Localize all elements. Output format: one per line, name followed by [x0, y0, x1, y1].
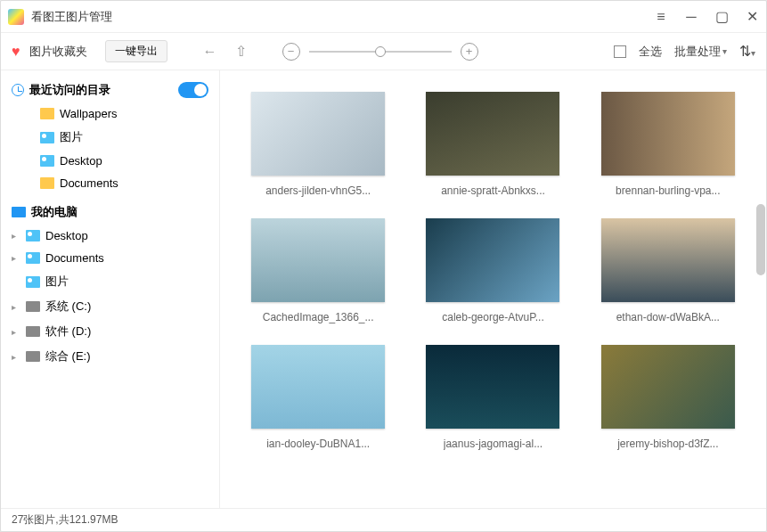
sidebar-item-label: Wallpapers [60, 107, 118, 120]
window-controls: ≡ ─ ▢ ✕ [654, 10, 759, 24]
thumbnail-item[interactable]: jaanus-jagomagi-al... [423, 345, 562, 450]
image-icon [26, 230, 40, 241]
app-window: 看图王图片管理 ≡ ─ ▢ ✕ ♥ 图片收藏夹 一键导出 ← ⇧ − + 全选 … [0, 0, 767, 532]
thumbnail-item[interactable]: jeremy-bishop-d3fZ... [599, 345, 738, 450]
nav-buttons: ← ⇧ [203, 43, 247, 60]
thumbnail-image [601, 92, 735, 176]
sidebar-item-label: Desktop [60, 154, 102, 168]
thumbnail-image [251, 345, 385, 429]
zoom-controls: − + [282, 43, 606, 61]
sidebar-item[interactable]: Desktop [1, 150, 219, 172]
sidebar-item[interactable]: 图片 [1, 125, 219, 150]
sidebar-item-label: Documents [45, 251, 104, 265]
body: 最近访问的目录 Wallpapers 图片 Desktop Documents … [1, 70, 766, 508]
thumbnail-item[interactable]: CachedImage_1366_... [249, 218, 388, 323]
sidebar-item[interactable]: ▸ 综合 (E:) [1, 344, 219, 369]
sidebar-item[interactable]: Documents [1, 172, 219, 194]
image-icon [40, 155, 54, 167]
sidebar-item[interactable]: ▸ 软件 (D:) [1, 319, 219, 344]
sidebar-item-label: 图片 [45, 274, 69, 290]
statusbar: 27张图片,共121.97MB [1, 508, 766, 531]
sidebar-item-label: Desktop [45, 229, 88, 242]
sidebar-item-label: 软件 (D:) [45, 323, 91, 340]
scrollbar-thumb[interactable] [756, 204, 765, 275]
expand-icon[interactable]: ▸ [12, 253, 20, 263]
thumbnail-item[interactable]: ian-dooley-DuBNA1... [249, 345, 388, 450]
disk-icon [26, 351, 40, 362]
thumbnail-label: CachedImage_1366_... [263, 311, 374, 323]
sidebar-item[interactable]: ▸ Desktop [1, 225, 219, 247]
thumbnail-label: caleb-george-AtvuP... [442, 311, 544, 323]
thumbnail-item[interactable]: ethan-dow-dWaBkA... [599, 218, 738, 323]
sidebar-item-label: Documents [60, 176, 118, 190]
heart-icon: ♥ [12, 44, 20, 60]
sidebar-item[interactable]: 图片 [1, 269, 219, 294]
folder-icon [40, 177, 54, 189]
status-text: 27张图片,共121.97MB [12, 512, 118, 528]
zoom-out-button[interactable]: − [282, 43, 300, 61]
folder-icon [40, 108, 54, 119]
sidebar-item-label: 系统 (C:) [45, 299, 91, 315]
thumbnail-label: ethan-dow-dWaBkA... [616, 311, 720, 323]
sidebar-item[interactable]: ▸ Documents [1, 247, 219, 269]
thumbnail-item[interactable]: brennan-burling-vpa... [599, 92, 738, 197]
thumbnail-item[interactable]: caleb-george-AtvuP... [423, 218, 562, 323]
thumbnail-label: brennan-burling-vpa... [616, 184, 720, 197]
close-button[interactable]: ✕ [745, 10, 759, 24]
thumbnail-label: anders-jilden-vhnG5... [265, 184, 371, 197]
content-area: anders-jilden-vhnG5... annie-spratt-Abnk… [220, 70, 766, 508]
thumbnail-image [426, 345, 559, 429]
thumbnail-label: annie-spratt-Abnkxs... [441, 184, 545, 197]
right-tools: 全选 批量处理 ▾ ⇅▾ [614, 43, 755, 60]
thumbnail-scroll[interactable]: anders-jilden-vhnG5... annie-spratt-Abnk… [220, 70, 766, 508]
maximize-button[interactable]: ▢ [714, 10, 729, 24]
batch-dropdown[interactable]: 批量处理 ▾ [674, 44, 727, 60]
image-icon [26, 252, 40, 264]
thumbnail-image [251, 218, 385, 302]
clock-icon [12, 84, 24, 96]
pc-icon [12, 207, 26, 217]
zoom-thumb[interactable] [375, 46, 386, 57]
up-button[interactable]: ⇧ [235, 43, 247, 60]
select-all-checkbox[interactable] [614, 45, 626, 58]
disk-icon [26, 301, 40, 312]
thumbnail-image [426, 218, 559, 302]
caret-down-icon: ▾ [722, 46, 727, 56]
expand-icon[interactable]: ▸ [12, 231, 20, 241]
app-icon [8, 9, 24, 25]
titlebar: 看图王图片管理 ≡ ─ ▢ ✕ [1, 1, 766, 33]
zoom-in-button[interactable]: + [461, 43, 478, 61]
thumbnail-image [601, 218, 735, 302]
thumbnail-label: jaanus-jagomagi-al... [444, 438, 543, 450]
thumbnail-item[interactable]: anders-jilden-vhnG5... [249, 92, 388, 197]
my-pc-header[interactable]: 我的电脑 [1, 200, 219, 225]
recent-header[interactable]: 最近访问的目录 [1, 78, 219, 102]
sort-button[interactable]: ⇅▾ [739, 43, 755, 60]
image-icon [40, 132, 54, 143]
minimize-button[interactable]: ─ [684, 10, 698, 24]
thumbnail-label: jeremy-bishop-d3fZ... [617, 438, 718, 450]
thumbnail-grid: anders-jilden-vhnG5... annie-spratt-Abnk… [249, 92, 738, 450]
disk-icon [26, 326, 40, 337]
recent-toggle[interactable] [178, 82, 208, 98]
sidebar-item[interactable]: Wallpapers [1, 102, 219, 125]
sidebar-item[interactable]: ▸ 系统 (C:) [1, 294, 219, 319]
window-title: 看图王图片管理 [31, 9, 654, 25]
sidebar-item-label: 图片 [60, 129, 83, 145]
menu-button[interactable]: ≡ [654, 10, 668, 24]
thumbnail-image [601, 345, 735, 429]
zoom-slider[interactable] [309, 51, 452, 53]
export-button[interactable]: 一键导出 [105, 40, 167, 62]
favorites-label[interactable]: 图片收藏夹 [29, 44, 87, 60]
image-icon [26, 276, 40, 288]
expand-icon[interactable]: ▸ [12, 302, 20, 312]
sidebar: 最近访问的目录 Wallpapers 图片 Desktop Documents … [1, 70, 220, 508]
thumbnail-label: ian-dooley-DuBNA1... [266, 438, 370, 450]
thumbnail-item[interactable]: annie-spratt-Abnkxs... [423, 92, 562, 197]
expand-icon[interactable]: ▸ [12, 327, 20, 337]
back-button[interactable]: ← [203, 44, 217, 60]
expand-icon[interactable]: ▸ [12, 352, 20, 362]
thumbnail-image [426, 92, 559, 176]
select-all-label[interactable]: 全选 [639, 44, 662, 60]
sidebar-item-label: 综合 (E:) [45, 348, 91, 364]
